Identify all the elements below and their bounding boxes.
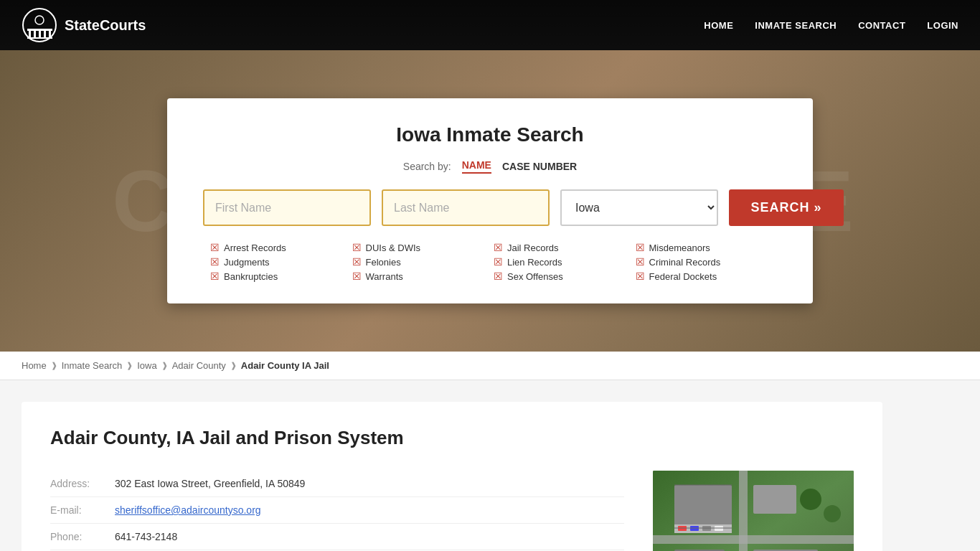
checkbox-jail-records: ☒ Jail Records (494, 242, 628, 253)
checkbox-label: Bankruptcies (224, 271, 278, 282)
checkbox-label: Judgments (224, 257, 270, 268)
address-value: 302 East Iowa Street, Greenfield, IA 508… (115, 478, 305, 489)
checkbox-federal-dockets: ☒ Federal Dockets (636, 270, 771, 282)
svg-rect-6 (49, 30, 51, 37)
checkbox-felonies: ☒ Felonies (352, 256, 487, 268)
checkbox-label: DUIs & DWIs (366, 242, 421, 253)
svg-rect-5 (44, 30, 46, 37)
svg-rect-2 (29, 30, 31, 37)
logo-icon (22, 7, 57, 43)
svg-point-1 (35, 16, 44, 24)
breadcrumb-inmate-search[interactable]: Inmate Search (62, 360, 123, 371)
phone-label: Phone: (50, 531, 115, 542)
main-content: Adair County, IA Jail and Prison System … (0, 380, 980, 551)
checkbox-label: Warrants (366, 271, 403, 282)
facility-image (653, 471, 854, 551)
svg-rect-11 (653, 535, 854, 544)
svg-point-23 (824, 505, 841, 522)
nav-inmate-search[interactable]: INMATE SEARCH (755, 20, 837, 31)
svg-rect-8 (27, 37, 52, 39)
check-icon: ☒ (636, 242, 645, 253)
search-card: Iowa Inmate Search Search by: NAME CASE … (167, 98, 813, 303)
checkbox-label: Federal Dockets (649, 271, 717, 282)
breadcrumb-sep-4: ❱ (230, 361, 237, 370)
logo-area: StateCourts (22, 7, 146, 43)
facility-aerial-svg (653, 471, 854, 551)
check-icon: ☒ (494, 270, 503, 282)
checkbox-label: Misdemeanors (649, 242, 710, 253)
checkbox-lien-records: ☒ Lien Records (494, 256, 628, 268)
check-icon: ☒ (352, 270, 362, 282)
hero-section: COURTHOUSE Iowa Inmate Search Search by:… (0, 50, 980, 352)
checkbox-label: Felonies (366, 257, 401, 268)
check-icon: ☒ (210, 256, 220, 268)
content-card: Adair County, IA Jail and Prison System … (22, 402, 882, 551)
check-icon: ☒ (210, 242, 220, 253)
svg-rect-4 (39, 30, 41, 37)
nav-home[interactable]: HOME (704, 20, 733, 31)
search-title: Iowa Inmate Search (203, 123, 777, 146)
checkbox-arrest-records: ☒ Arrest Records (210, 242, 345, 253)
checkboxes-grid: ☒ Arrest Records ☒ DUIs & DWIs ☒ Jail Re… (203, 242, 777, 282)
check-icon: ☒ (210, 270, 220, 282)
checkbox-judgments: ☒ Judgments (210, 256, 345, 268)
checkbox-misdemeanors: ☒ Misdemeanors (636, 242, 771, 253)
search-by-label: Search by: (403, 161, 451, 172)
tab-case-number[interactable]: CASE NUMBER (502, 161, 577, 172)
nav-login[interactable]: LOGIN (927, 20, 958, 31)
main-nav: HOME INMATE SEARCH CONTACT LOGIN (704, 20, 958, 31)
address-label: Address: (50, 478, 115, 489)
checkbox-duis-dwis: ☒ DUIs & DWIs (352, 242, 487, 253)
svg-rect-7 (27, 29, 52, 31)
breadcrumb: Home ❱ Inmate Search ❱ Iowa ❱ Adair Coun… (0, 352, 980, 380)
check-icon: ☒ (494, 242, 503, 253)
info-row-email: E-mail: sheriffsoffice@adaircountyso.org (50, 497, 624, 524)
info-table: Address: 302 East Iowa Street, Greenfiel… (50, 471, 624, 551)
checkbox-label: Criminal Records (649, 257, 721, 268)
search-button[interactable]: SEARCH » (729, 189, 844, 226)
info-row-address: Address: 302 East Iowa Street, Greenfiel… (50, 471, 624, 497)
email-value[interactable]: sheriffsoffice@adaircountyso.org (115, 504, 261, 516)
breadcrumb-sep-3: ❱ (161, 361, 168, 370)
svg-rect-12 (739, 471, 748, 551)
info-layout: Address: 302 East Iowa Street, Greenfiel… (50, 471, 854, 551)
nav-contact[interactable]: CONTACT (858, 20, 905, 31)
search-by-row: Search by: NAME CASE NUMBER (203, 159, 777, 174)
breadcrumb-home[interactable]: Home (22, 360, 47, 371)
breadcrumb-adair-county[interactable]: Adair County (172, 360, 226, 371)
breadcrumb-sep-1: ❱ (51, 361, 57, 370)
checkbox-label: Arrest Records (224, 242, 286, 253)
svg-rect-14 (753, 485, 796, 514)
search-inputs-row: Iowa Alabama Alaska Arizona Arkansas Cal… (203, 189, 777, 226)
check-icon: ☒ (636, 270, 645, 282)
site-name: StateCourts (65, 17, 146, 34)
phone-value: 641-743-2148 (115, 531, 177, 542)
check-icon: ☒ (352, 256, 362, 268)
checkbox-label: Lien Records (507, 257, 562, 268)
breadcrumb-current: Adair County IA Jail (241, 360, 329, 371)
info-row-phone: Phone: 641-743-2148 (50, 524, 624, 550)
check-icon: ☒ (352, 242, 362, 253)
check-icon: ☒ (636, 256, 645, 268)
svg-rect-3 (34, 30, 36, 37)
header: StateCourts HOME INMATE SEARCH CONTACT L… (0, 0, 980, 50)
checkbox-sex-offenses: ☒ Sex Offenses (494, 270, 628, 282)
content-title: Adair County, IA Jail and Prison System (50, 427, 854, 449)
breadcrumb-sep-2: ❱ (126, 361, 133, 370)
svg-point-22 (800, 489, 821, 510)
email-label: E-mail: (50, 504, 115, 516)
breadcrumb-iowa[interactable]: Iowa (137, 360, 156, 371)
checkbox-criminal-records: ☒ Criminal Records (636, 256, 771, 268)
state-select[interactable]: Iowa Alabama Alaska Arizona Arkansas Cal… (560, 189, 718, 226)
svg-rect-13 (674, 485, 732, 528)
checkbox-label: Sex Offenses (507, 271, 563, 282)
checkbox-warrants: ☒ Warrants (352, 270, 487, 282)
checkbox-bankruptcies: ☒ Bankruptcies (210, 270, 345, 282)
first-name-input[interactable] (203, 189, 371, 226)
check-icon: ☒ (494, 256, 503, 268)
checkbox-label: Jail Records (507, 242, 559, 253)
last-name-input[interactable] (382, 189, 550, 226)
tab-name[interactable]: NAME (462, 159, 491, 174)
